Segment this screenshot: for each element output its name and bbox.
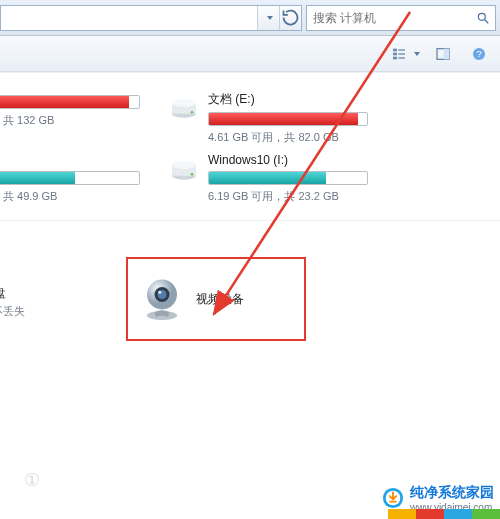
watermark-title: 纯净系统家园 — [410, 484, 494, 502]
drive-row: (H:) 可用，共 49.9 GB Windows10 (I:) 6.19 G — [0, 153, 500, 204]
download-icon — [382, 487, 404, 511]
svg-text:?: ? — [476, 49, 481, 59]
svg-rect-29 — [389, 500, 396, 502]
svg-rect-2 — [393, 48, 397, 51]
svg-line-1 — [485, 19, 489, 23]
usage-bar — [208, 112, 368, 126]
usage-fill — [0, 172, 75, 184]
help-button[interactable]: ? — [466, 43, 492, 65]
drive-item[interactable]: Windows10 (I:) 6.19 GB 可用，共 23.2 GB — [168, 153, 368, 204]
svg-rect-6 — [398, 53, 405, 54]
view-list-icon — [391, 46, 407, 62]
drive-title: 文档 (E:) — [208, 91, 368, 108]
drives-section: 可用，共 132 GB 文档 (E:) 4.61 GB 可用，共 82.0 GB — [0, 72, 500, 220]
drive-availability: 6.19 GB 可用，共 23.2 GB — [208, 189, 368, 204]
other-devices-section: 乐云盘 由永不丢失 视频设备 — [0, 220, 500, 277]
svg-point-19 — [191, 173, 194, 176]
webcam-icon — [138, 275, 186, 323]
hard-drive-icon — [168, 91, 200, 145]
hard-drive-icon — [168, 153, 200, 204]
svg-rect-9 — [444, 48, 449, 59]
drive-row: 可用，共 132 GB 文档 (E:) 4.61 GB 可用，共 82.0 GB — [0, 91, 500, 145]
search-box[interactable] — [306, 5, 496, 31]
svg-rect-4 — [393, 56, 397, 59]
usage-bar — [208, 171, 368, 185]
usage-fill — [209, 113, 358, 125]
decorative-stripes — [388, 509, 500, 519]
refresh-button[interactable] — [279, 6, 301, 30]
help-icon: ? — [471, 46, 487, 62]
usage-bar — [0, 95, 140, 109]
video-device-label: 视频设备 — [196, 291, 244, 308]
drive-item[interactable]: (H:) 可用，共 49.9 GB — [0, 153, 140, 204]
drive-availability: 可用，共 132 GB — [0, 113, 140, 128]
view-mode-button[interactable] — [386, 43, 420, 65]
drive-item[interactable]: 文档 (E:) 4.61 GB 可用，共 82.0 GB — [168, 91, 368, 145]
usage-fill — [209, 172, 326, 184]
video-device-highlight[interactable]: 视频设备 — [126, 257, 306, 341]
usage-bar — [0, 171, 140, 185]
drive-title: Windows10 (I:) — [208, 153, 368, 167]
search-button[interactable] — [471, 6, 495, 30]
address-bar[interactable] — [0, 5, 302, 31]
svg-point-14 — [172, 99, 196, 107]
drive-title: (H:) — [0, 153, 140, 167]
drive-availability: 4.61 GB 可用，共 82.0 GB — [208, 130, 368, 145]
cloud-disk-sub: 由永不丢失 — [0, 304, 110, 319]
svg-point-24 — [158, 291, 161, 294]
svg-rect-5 — [398, 49, 405, 50]
usage-fill — [0, 96, 129, 108]
history-dropdown-button[interactable] — [257, 6, 279, 30]
preview-pane-button[interactable] — [430, 43, 456, 65]
svg-point-0 — [478, 13, 485, 20]
cloud-disk-title: 乐云盘 — [0, 285, 110, 302]
search-input[interactable] — [307, 7, 471, 29]
drive-availability: 可用，共 49.9 GB — [0, 189, 140, 204]
explorer-content: 可用，共 132 GB 文档 (E:) 4.61 GB 可用，共 82.0 GB — [0, 72, 500, 519]
explorer-toolbar: ? — [0, 36, 500, 72]
svg-rect-7 — [398, 57, 405, 58]
svg-point-18 — [172, 161, 196, 169]
svg-point-15 — [191, 111, 194, 114]
search-icon — [476, 11, 490, 25]
chevron-down-icon — [267, 16, 273, 20]
svg-rect-3 — [393, 52, 397, 55]
drive-item[interactable]: 可用，共 132 GB — [0, 91, 140, 145]
chevron-down-icon — [414, 52, 420, 56]
faint-watermark: ① — [24, 469, 40, 491]
preview-pane-icon — [435, 46, 451, 62]
address-search-bar — [0, 0, 500, 36]
refresh-icon — [280, 7, 301, 28]
cloud-disk-item[interactable]: 乐云盘 由永不丢失 — [0, 285, 110, 319]
